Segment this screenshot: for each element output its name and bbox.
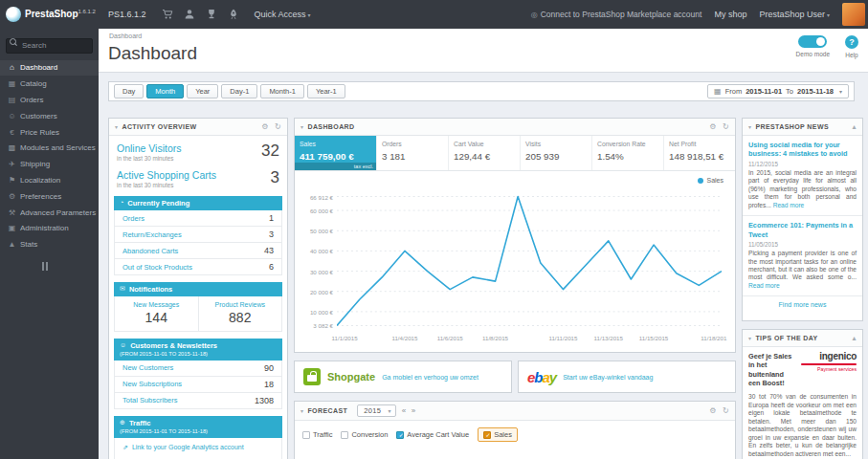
link-icon: ⇗ (122, 444, 128, 451)
news-article-excerpt: Picking a payment provider is one of the… (748, 250, 857, 290)
collapse-sidebar-icon[interactable] (42, 262, 99, 271)
read-more-link[interactable]: Read more (773, 202, 805, 208)
sidebar-item-administration[interactable]: ▣Administration (0, 220, 99, 236)
shopgate-logo-icon (303, 368, 321, 385)
previous-year-icon[interactable]: « (402, 406, 407, 415)
panel-title: TIPS OF THE DAY (755, 335, 817, 341)
shopgate-promo-card: Shopgate Ga mobiel en verhoog uw omzet (294, 361, 512, 393)
filter-year-button[interactable]: Year (187, 84, 218, 98)
ebay-promo-link[interactable]: Start uw eBay-winkel vandaag (563, 374, 653, 381)
top-bar: PrestaShop1.6.1.2 PS1.6.1.2 Quick Access… (0, 0, 868, 29)
search-input[interactable] (6, 38, 93, 54)
price-rules-icon: € (7, 128, 17, 137)
sidebar-item-modules-and-services[interactable]: ▩Modules and Services (0, 140, 99, 156)
collapse-icon[interactable]: ▴ (853, 122, 857, 131)
localization-icon: ⚑ (7, 176, 17, 185)
help-icon[interactable]: ? (845, 35, 858, 49)
refresh-icon[interactable]: ↻ (723, 406, 729, 415)
refresh-icon[interactable]: ↻ (275, 122, 281, 131)
ebay-logo: ebay (527, 370, 556, 384)
panel-title: PRESTASHOP NEWS (755, 123, 829, 130)
breadcrumb: Dashboard (109, 33, 142, 39)
next-year-icon[interactable]: » (412, 406, 416, 415)
right-column: ▾ PRESTASHOP NEWS ▴ Using social media f… (742, 118, 863, 459)
sidebar-item-label: Dashboard (20, 63, 57, 72)
google-analytics-link[interactable]: ⇗Link to your Google Analytics account (114, 438, 282, 459)
prestashop-logo[interactable]: PrestaShop1.6.1.2 (0, 7, 99, 22)
x-axis-tick-label: 11/13/2015 (593, 335, 623, 341)
user-menu[interactable]: PrestaShop User▾ (759, 10, 830, 19)
kpi-conversion-rate[interactable]: Conversion Rate 1.54% (592, 136, 664, 170)
tips-of-the-day-panel: ▾ TIPS OF THE DAY ▴ Geef je Sales in het… (742, 329, 863, 459)
cart-notifications-icon[interactable] (162, 9, 173, 20)
to-label: To (786, 87, 793, 96)
kpi-cart-value[interactable]: Cart Value 129,44 € (449, 136, 521, 170)
active-carts-link[interactable]: Active Shopping Carts (117, 169, 216, 181)
date-filter-bar: Day Month Year Day-1 Month-1 Year-1 ▦ Fr… (108, 81, 855, 101)
active-carts-value: 3 (271, 169, 279, 188)
chevron-down-icon: ▾ (748, 335, 751, 341)
online-visitors-sub: in the last 30 minutes (117, 155, 182, 162)
kpi-sales[interactable]: Sales 411 759,00 € tax excl. (295, 136, 377, 170)
kpi-visits[interactable]: Visits 205 939 (521, 136, 592, 170)
refresh-icon[interactable]: ↻ (723, 122, 729, 131)
gear-icon[interactable]: ⚙ (709, 406, 717, 415)
shopgate-promo-link[interactable]: Ga mobiel en verhoog uw omzet (382, 374, 479, 381)
avatar[interactable] (842, 3, 865, 26)
filter-month-1-button[interactable]: Month-1 (260, 84, 304, 98)
collapse-icon[interactable]: ▴ (853, 334, 857, 342)
dashboard-panel-header: ▾ DASHBOARD ⚙↻ (295, 119, 735, 136)
sidebar-item-price-rules[interactable]: €Price Rules (0, 124, 99, 141)
filter-day-button[interactable]: Day (114, 84, 144, 98)
clock-icon: ◔ (120, 199, 123, 207)
filter-month-button[interactable]: Month (146, 84, 184, 98)
filter-year-1-button[interactable]: Year-1 (307, 84, 345, 98)
gear-icon[interactable]: ⚙ (261, 122, 269, 131)
filter-day-1-button[interactable]: Day-1 (221, 84, 257, 98)
marketplace-link[interactable]: ◎Connect to PrestaShop Marketplace accou… (531, 10, 702, 19)
news-article-date: 11/05/2015 (748, 241, 857, 248)
online-visitors-link[interactable]: Online Visitors (117, 142, 182, 154)
forecast-legend-traffic[interactable]: Traffic (302, 430, 332, 439)
trophy-icon[interactable] (206, 9, 217, 20)
ebay-promo-card: ebay Start uw eBay-winkel vandaag (518, 361, 736, 393)
customers-newsletters-header: ☺Customers & Newsletters (FROM 2015-11-0… (114, 339, 282, 361)
chart-legend-sales[interactable]: Sales (698, 177, 723, 184)
forecast-year-select[interactable]: 2015▾ (357, 404, 396, 417)
checkbox-icon (483, 431, 491, 439)
y-axis-tick-label: 10 000 € (310, 308, 333, 315)
sidebar-item-preferences[interactable]: ⚙Preferences (0, 188, 99, 205)
sidebar-item-catalog[interactable]: ▦Catalog (0, 76, 99, 92)
chevron-down-icon: ▾ (308, 12, 311, 18)
kpi-net-profit[interactable]: Net Profit 148 918,51 € (664, 136, 735, 170)
sidebar-item-shipping[interactable]: ✈Shipping (0, 156, 99, 172)
sidebar-item-orders[interactable]: ▤Orders (0, 92, 99, 108)
demo-mode-toggle[interactable] (798, 35, 827, 48)
forecast-legend-sales[interactable]: Sales (478, 427, 518, 442)
sidebar-item-dashboard[interactable]: ⌂Dashboard (0, 60, 99, 76)
globe-icon: ⊕ (120, 419, 125, 426)
customers-notifications-icon[interactable] (184, 9, 195, 20)
news-article-title[interactable]: Ecommerce 101: Payments in a Tweet (748, 221, 857, 239)
shipping-icon: ✈ (7, 160, 17, 168)
sidebar-item-customers[interactable]: ☺Customers (0, 108, 99, 124)
forecast-legend-conversion[interactable]: Conversion (341, 430, 388, 439)
forecast-legend-average-cart-value[interactable]: Average Cart Value (396, 430, 469, 439)
sidebar-item-advanced-parameters[interactable]: ⚒Advanced Parameters (0, 205, 99, 221)
rocket-icon[interactable] (228, 9, 239, 20)
news-article-title[interactable]: Using social media for your business: 4 … (748, 141, 857, 159)
legend-dot-icon (698, 178, 703, 184)
sidebar-item-stats[interactable]: ▲Stats (0, 236, 99, 252)
date-range-picker[interactable]: ▦ From 2015-11-01 To 2015-11-18 ▾ (707, 84, 849, 98)
ingenico-swoosh-icon (801, 363, 857, 365)
my-shop-link[interactable]: My shop (714, 10, 746, 19)
x-axis-tick-label: 11/8/2015 (482, 335, 508, 341)
sidebar-item-label: Administration (20, 224, 69, 232)
read-more-link[interactable]: Read more (748, 282, 780, 289)
quick-access-menu[interactable]: Quick Access▾ (255, 10, 311, 19)
find-more-news-link[interactable]: Find more news (743, 296, 862, 313)
kpi-orders[interactable]: Orders 3 181 (377, 136, 449, 170)
gear-icon[interactable]: ⚙ (709, 122, 717, 131)
active-carts-sub: in the last 30 minutes (117, 182, 216, 188)
sidebar-item-localization[interactable]: ⚑Localization (0, 172, 99, 188)
